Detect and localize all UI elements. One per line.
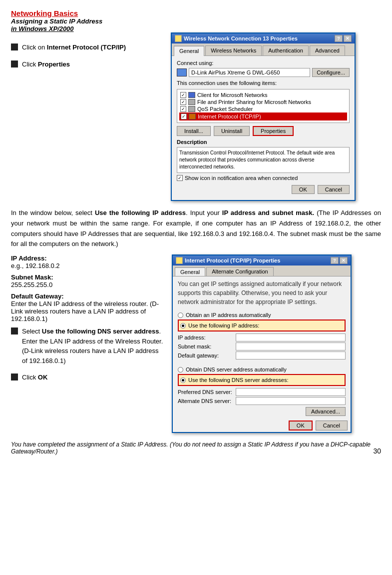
dialog2-alternate-dns-input[interactable] bbox=[236, 397, 346, 405]
dialog2-subnet-input[interactable] bbox=[236, 342, 346, 350]
dialog2-preferred-dns-label: Preferred DNS server: bbox=[178, 389, 233, 395]
dialog2-dns-radio1-label: Obtain DNS server address automatically bbox=[186, 366, 287, 372]
checkbox-2[interactable] bbox=[180, 99, 186, 105]
bold-dns: Use the following DNS server address bbox=[42, 328, 159, 335]
checkbox-3[interactable] bbox=[180, 106, 186, 112]
dialog2-tabs: General Alternate Configuration bbox=[173, 266, 351, 276]
right-column-top: Wireless Network Connection 13 Propertie… bbox=[171, 32, 381, 201]
dialog2-dns-radio1[interactable] bbox=[178, 367, 183, 372]
dialog1-btn-row: Install... Uninstall Properties bbox=[177, 126, 350, 136]
subnet-mask-label: Subnet Mask: bbox=[11, 274, 166, 281]
list-icon-1 bbox=[188, 92, 195, 98]
dialog2-ok-btn[interactable]: OK bbox=[289, 420, 313, 430]
dialog2-dns-radio1-row: Obtain DNS server address automatically bbox=[178, 366, 346, 372]
dialog2-radio2-row: Use the following IP address: bbox=[180, 322, 343, 328]
dialog1-tab-auth[interactable]: Authentication bbox=[263, 46, 309, 56]
dialog2-title-text: Internet Protocol (TCP/IP) Properties bbox=[185, 258, 280, 264]
page-number: 30 bbox=[373, 447, 381, 455]
dialog1-tab-advanced[interactable]: Advanced bbox=[310, 46, 345, 56]
list-icon-4 bbox=[189, 114, 196, 120]
device-icon bbox=[177, 68, 187, 76]
dialog1-cancel-btn[interactable]: Cancel bbox=[318, 185, 350, 194]
dialog2-tab-general[interactable]: General bbox=[175, 267, 205, 276]
footer: You have completed the assignment of a S… bbox=[11, 441, 381, 455]
dialog2-close-btn[interactable]: ✕ bbox=[340, 257, 348, 264]
dialog2-fields: IP address: Subnet mask: Default gateway… bbox=[178, 334, 346, 360]
bullet-square-1 bbox=[11, 44, 18, 50]
dialog2-title-icon bbox=[176, 257, 183, 264]
bullet-item-2: Click Properties bbox=[11, 60, 166, 70]
dialog2-gateway-row: Default gateway: bbox=[178, 352, 346, 360]
dialog2-cancel-btn[interactable]: Cancel bbox=[316, 420, 348, 430]
bottom-left-col: IP Address: e.g., 192.168.0.2 Subnet Mas… bbox=[11, 254, 166, 433]
items-label: This connection uses the following items… bbox=[177, 80, 350, 86]
bullet-text-dns: Select Use the following DNS server addr… bbox=[22, 326, 166, 366]
list-label-3: QoS Packet Scheduler bbox=[197, 106, 253, 112]
bullet-square-ok bbox=[11, 374, 18, 380]
checkbox-4[interactable] bbox=[181, 114, 187, 120]
show-icon-label: Show icon in notification area when conn… bbox=[185, 175, 298, 181]
dialog2-dns-section: Obtain DNS server address automatically bbox=[178, 366, 346, 372]
dialog1-help-btn[interactable]: ? bbox=[335, 35, 343, 42]
dialog2-tab-alt[interactable]: Alternate Configuration bbox=[206, 267, 274, 276]
bullet-bold-2: Properties bbox=[38, 60, 70, 68]
dialog1-tabs: General Wireless Networks Authentication… bbox=[172, 44, 355, 56]
uninstall-btn[interactable]: Uninstall bbox=[214, 126, 250, 136]
bullet-square-2 bbox=[11, 60, 18, 68]
dialog1-title-buttons: ? ✕ bbox=[335, 35, 352, 42]
properties-btn[interactable]: Properties bbox=[253, 126, 294, 136]
dialog2-gateway-input[interactable] bbox=[236, 352, 346, 360]
install-btn[interactable]: Install... bbox=[177, 126, 211, 136]
subtitle-line2: in Windows XP/2000 bbox=[11, 25, 74, 32]
dialog2-title-buttons: ? ✕ bbox=[331, 257, 348, 264]
dialog1-title-icon bbox=[175, 35, 182, 42]
description-title: Description bbox=[177, 139, 350, 145]
dialog2-ip-input[interactable] bbox=[236, 334, 346, 342]
dialog2-title-area: Internet Protocol (TCP/IP) Properties bbox=[176, 257, 280, 264]
subnet-mask-value: 255.255.255.0 bbox=[11, 281, 166, 288]
configure-btn[interactable]: Configure... bbox=[312, 68, 350, 77]
dialog2-dns-radio2-highlighted: Use the following DNS server addresses: bbox=[178, 374, 346, 386]
bullet-text-1: Click on Internet Protocol (TCP/IP) bbox=[22, 42, 126, 52]
show-icon-row: Show icon in notification area when conn… bbox=[177, 175, 350, 181]
dialog2-help-btn[interactable]: ? bbox=[331, 257, 339, 264]
bullet-item-ok: Click OK bbox=[11, 372, 166, 382]
dialog2-dns-radio2[interactable] bbox=[180, 378, 186, 383]
ip-address-label: IP Address: bbox=[11, 254, 166, 262]
list-item-3: QoS Packet Scheduler bbox=[179, 106, 347, 112]
device-row: D-Link AirPlus Xtreme G DWL-G650 Configu… bbox=[177, 68, 350, 77]
dialog2-desc: You can get IP settings assigned automat… bbox=[178, 280, 346, 306]
dialog2-titlebar: Internet Protocol (TCP/IP) Properties ? … bbox=[173, 256, 351, 266]
footer-text: You have completed the assignment of a S… bbox=[11, 441, 371, 455]
left-column-top: Click on Internet Protocol (TCP/IP) Clic… bbox=[11, 32, 166, 201]
dialog2-dns-radio2-row: Use the following DNS server addresses: bbox=[180, 377, 343, 383]
dialog1-title-text: Wireless Network Connection 13 Propertie… bbox=[184, 36, 298, 42]
advanced-btn[interactable]: Advanced... bbox=[306, 407, 346, 416]
bullet-text-ok: Click OK bbox=[22, 372, 47, 382]
dialog2-ip-row: IP address: bbox=[178, 334, 346, 342]
dialog2-body: You can get IP settings assigned automat… bbox=[173, 276, 351, 419]
checkbox-1[interactable] bbox=[180, 92, 186, 98]
dialog1-tab-general[interactable]: General bbox=[174, 46, 204, 56]
dialog2-preferred-dns-row: Preferred DNS server: bbox=[178, 388, 346, 396]
dialog1-tab-wireless[interactable]: Wireless Networks bbox=[205, 46, 262, 56]
dialog1-close-btn[interactable]: ✕ bbox=[344, 35, 352, 42]
dialog1: Wireless Network Connection 13 Propertie… bbox=[171, 32, 356, 201]
list-item-4-highlighted[interactable]: Internet Protocol (TCP/IP) bbox=[179, 112, 347, 120]
dialog1-title-area: Wireless Network Connection 13 Propertie… bbox=[175, 35, 298, 42]
list-label-2: File and Printer Sharing for Microsoft N… bbox=[197, 99, 311, 105]
dialog2-radio2[interactable] bbox=[180, 323, 186, 328]
dialog1-titlebar: Wireless Network Connection 13 Propertie… bbox=[172, 34, 355, 44]
dialog2: Internet Protocol (TCP/IP) Properties ? … bbox=[172, 254, 352, 433]
advanced-btn-area: Advanced... bbox=[178, 407, 346, 416]
dialog1-ok-btn[interactable]: OK bbox=[292, 185, 315, 194]
bold-ok: OK bbox=[38, 374, 48, 381]
dialog2-preferred-dns-input[interactable] bbox=[236, 388, 346, 396]
dialog2-radio2-highlighted: Use the following IP address: bbox=[178, 320, 346, 332]
description-box: Transmission Control Protocol/Internet P… bbox=[177, 147, 350, 173]
dialog2-radio1[interactable] bbox=[178, 312, 183, 318]
bottom-section: IP Address: e.g., 192.168.0.2 Subnet Mas… bbox=[11, 254, 381, 433]
dialog2-alternate-dns-label: Alternate DNS server: bbox=[178, 398, 233, 404]
bullet-bold-1: Internet Protocol (TCP/IP) bbox=[47, 44, 126, 51]
show-icon-checkbox[interactable] bbox=[177, 175, 183, 181]
